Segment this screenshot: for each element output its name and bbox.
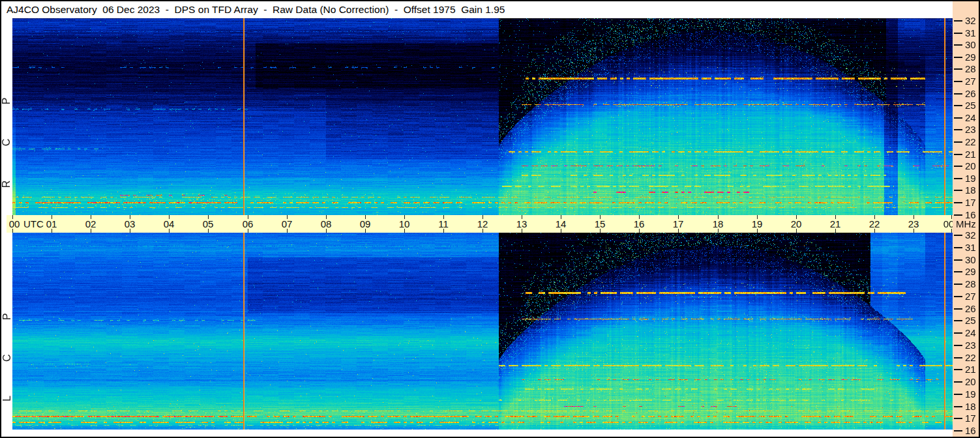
hour-label: 08 — [321, 218, 332, 229]
hour-label: 15 — [595, 218, 606, 229]
hour-label: 02 — [85, 218, 97, 229]
hour-label: 12 — [477, 218, 488, 229]
rcp-panel-label: R C P — [1, 18, 12, 215]
rcp-panel-label-text: R C P — [1, 82, 13, 188]
hour-label: 21 — [830, 218, 841, 229]
spectrogram-page: AJ4CO Observatory 06 Dec 2023 - DPS on T… — [0, 0, 980, 438]
hour-label: 00 — [9, 218, 20, 229]
hour-label: 19 — [752, 218, 763, 229]
lcp-panel-label: L C P — [1, 233, 12, 430]
hour-label: 13 — [516, 218, 527, 229]
hour-label: 16 — [634, 218, 645, 229]
rcp-spectrogram-canvas — [12, 18, 953, 215]
hour-label: 14 — [556, 218, 567, 229]
time-axis: UTC 000102030405060708091011121314151617… — [7, 215, 954, 233]
frequency-unit-label: MHz — [956, 218, 976, 229]
hour-label: 03 — [125, 218, 136, 229]
lcp-spectrogram-canvas — [12, 233, 953, 430]
hour-label: 09 — [360, 218, 371, 229]
page-title: AJ4CO Observatory 06 Dec 2023 - DPS on T… — [7, 1, 505, 18]
title-bar: AJ4CO Observatory 06 Dec 2023 - DPS on T… — [1, 1, 953, 18]
hour-label: 22 — [869, 218, 880, 229]
hour-label: 01 — [46, 218, 57, 229]
hour-label: 20 — [791, 218, 802, 229]
hour-label: 04 — [164, 218, 175, 229]
time-unit-label: UTC — [23, 218, 44, 229]
hour-label: 05 — [203, 218, 214, 229]
lcp-panel-label-text: L C P — [1, 297, 13, 401]
hour-label: 07 — [282, 218, 293, 229]
hour-label: 18 — [713, 218, 724, 229]
hour-label: 10 — [399, 218, 410, 229]
hour-label: 23 — [908, 218, 919, 229]
hour-label: 06 — [243, 218, 254, 229]
hour-label: 17 — [673, 218, 684, 229]
hour-label: 11 — [438, 218, 449, 229]
